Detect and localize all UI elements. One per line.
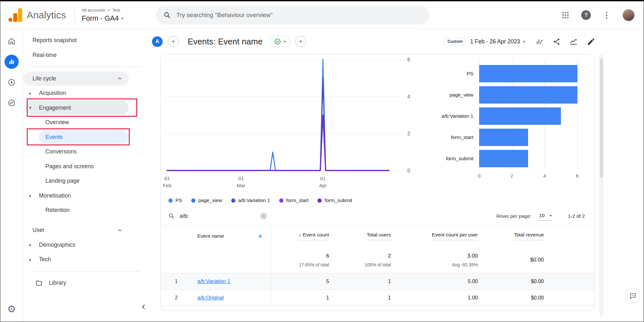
cell-event-count-per-user: 5.00 — [391, 273, 478, 290]
bar[interactable] — [479, 65, 577, 82]
legend-item[interactable]: PS — [168, 198, 182, 203]
home-icon[interactable] — [5, 34, 19, 48]
cell-event-count: 1 — [271, 290, 329, 306]
clear-icon[interactable] — [260, 213, 267, 219]
rows-per-page: Rows per page: 10 ▾ — [497, 211, 553, 221]
bar-category-label: form_start — [420, 127, 479, 148]
nav-section-user[interactable]: User — [23, 223, 129, 237]
nav-item-demographics[interactable]: ▸ Demographics — [23, 238, 149, 252]
bar[interactable] — [479, 86, 577, 104]
cell-event-count-per-user: 1.00 — [391, 290, 478, 306]
charts-section: 024601Feb01Mar01Apr PSpage_viewa/b:Varia… — [161, 54, 594, 194]
table-row[interactable]: 2 a/b:Original 1 1 1.00 $0.00 — [161, 290, 594, 306]
help-icon[interactable]: ? — [581, 10, 591, 20]
nav-item-reports-snapshot[interactable]: Reports snapshot — [23, 33, 149, 48]
report-card: 024601Feb01Mar01Apr PSpage_viewa/b:Varia… — [160, 54, 595, 311]
divider — [74, 8, 75, 22]
nav-item-tech[interactable]: ▸ Tech — [23, 253, 149, 267]
breadcrumb-accounts[interactable]: All accounts — [82, 8, 105, 13]
bar[interactable] — [479, 150, 528, 167]
table-controls: a/b: Rows per page: 10 ▾ 1-2 of 2 — [161, 207, 594, 225]
totals-event-count: 6 17.65% of total — [271, 247, 329, 273]
advertising-icon[interactable] — [5, 96, 19, 110]
table-search[interactable]: a/b: — [168, 213, 267, 219]
svg-text:Apr: Apr — [319, 183, 327, 188]
nav-item-overview[interactable]: Overview — [23, 115, 149, 130]
nav-item-retention[interactable]: Retention — [23, 203, 149, 217]
nav-item-real-time[interactable]: Real-time — [23, 48, 149, 62]
column-header-event-count-per-user[interactable]: Event count per user — [391, 225, 478, 247]
google-apps-icon[interactable] — [561, 11, 570, 19]
chevron-down-icon: ▾ — [550, 213, 552, 218]
event-name-link[interactable]: a/b:Variation 1 — [197, 279, 230, 284]
line-chart[interactable]: 024601Feb01Mar01Apr — [161, 54, 420, 194]
row-index: 2 — [161, 290, 190, 306]
global-search-input[interactable] — [176, 12, 422, 19]
rows-per-page-select[interactable]: 10 ▾ — [537, 211, 553, 221]
bar[interactable] — [479, 129, 528, 146]
share-icon[interactable] — [553, 38, 561, 46]
legend-item[interactable]: form_start — [279, 198, 309, 203]
bar-axis-tick: 6 — [576, 173, 578, 179]
nav-item-engagement[interactable]: ▾ Engagement — [26, 101, 129, 115]
svg-text:2: 2 — [407, 131, 410, 136]
avatar[interactable] — [622, 9, 635, 21]
bar-chart-plot — [479, 63, 585, 169]
explore-icon[interactable] — [5, 75, 19, 89]
app-window: Analytics All accounts > Test Form - GA4… — [0, 0, 644, 322]
triangle-down-icon: ▾ — [29, 106, 35, 110]
column-header-event-name[interactable]: Event name + — [190, 225, 271, 247]
comparison-a-badge[interactable]: A — [152, 36, 163, 47]
column-header-event-count[interactable]: ↓Event count — [271, 225, 329, 247]
nav-item-events[interactable]: Events — [39, 130, 129, 144]
nav-item-acquisition[interactable]: ▸ Acquisition — [23, 86, 149, 100]
breadcrumb-property[interactable]: Test — [112, 8, 120, 13]
nav-section-life-cycle[interactable]: Life cycle — [23, 71, 129, 86]
legend-item[interactable]: page_view — [191, 198, 222, 203]
nav-item-library[interactable]: Library — [23, 276, 149, 290]
event-name-link[interactable]: a/b:Original — [197, 295, 224, 301]
property-selector[interactable]: Form - GA4 ▾ — [82, 14, 146, 23]
column-header-total-revenue[interactable]: Total revenue — [478, 225, 544, 247]
chart-legend: PSpage_viewa/b:Variation 1form_startform… — [161, 194, 594, 207]
nav-item-conversions[interactable]: Conversions — [23, 145, 149, 159]
table-search-value[interactable]: a/b: — [180, 213, 189, 219]
table-row[interactable]: 1 a/b:Variation 1 5 1 5.00 $0.00 — [161, 273, 594, 290]
add-column-icon[interactable]: + — [258, 232, 262, 240]
edit-pencil-icon[interactable] — [587, 37, 595, 46]
collapse-sidebar-icon[interactable] — [140, 303, 147, 312]
add-comparison-icon[interactable]: + — [168, 36, 179, 47]
legend-item[interactable]: a/b:Variation 1 — [231, 198, 270, 203]
svg-text:0: 0 — [407, 168, 410, 173]
nav-item-monetisation[interactable]: ▸ Monetisation — [23, 189, 149, 203]
bar-axis-tick: 0 — [478, 173, 480, 179]
nav-item-landing-page[interactable]: Landing page — [23, 174, 149, 188]
cell-total-users: 1 — [329, 290, 391, 306]
bar-chart-labels: PSpage_viewa/b:Variation 1form_startform… — [420, 63, 479, 169]
insights-icon[interactable] — [570, 38, 578, 46]
legend-label: a/b:Variation 1 — [238, 198, 270, 203]
settings-gear-icon[interactable]: ⚙ — [7, 304, 16, 314]
add-dimension-icon[interactable]: + — [295, 36, 306, 47]
bar-category-label: PS — [420, 63, 479, 84]
feedback-button[interactable] — [626, 289, 640, 303]
dimension-filter-pill[interactable]: ▾ — [270, 36, 290, 47]
report-header-icons — [535, 37, 595, 46]
scrollbar[interactable] — [599, 55, 603, 316]
bar[interactable] — [479, 107, 561, 125]
reports-icon[interactable] — [5, 55, 19, 69]
analytics-logo-icon[interactable] — [8, 8, 23, 22]
bar-axis-tick: 4 — [543, 173, 546, 179]
legend-label: form_submit — [325, 198, 352, 203]
chart-edit-icon[interactable] — [535, 38, 544, 46]
breadcrumb: All accounts > Test — [82, 8, 146, 13]
kebab-menu-icon[interactable]: ⋮ — [602, 11, 611, 19]
global-search[interactable] — [156, 6, 430, 24]
nav-item-pages-and-screens[interactable]: Pages and screens — [23, 159, 149, 173]
column-header-total-users[interactable]: Total users — [329, 225, 391, 247]
gridline — [577, 60, 578, 169]
cell-total-revenue: $0.00 — [478, 290, 544, 306]
legend-item[interactable]: form_submit — [317, 198, 352, 203]
date-range-picker[interactable]: 1 Feb - 26 Apr 2023 ▾ — [470, 38, 525, 45]
scrollbar-thumb[interactable] — [600, 59, 603, 178]
